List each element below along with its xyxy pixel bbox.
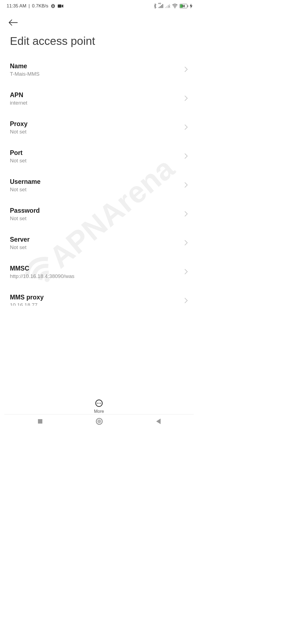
signal-nosim-icon [165, 4, 170, 8]
more-button[interactable]: More [94, 399, 104, 414]
item-value: internet [10, 100, 27, 106]
item-value: Not set [10, 129, 28, 135]
chevron-right-icon [184, 298, 188, 305]
svg-point-16 [98, 403, 99, 403]
status-left: 11:35 AM | 0.7KB/s [7, 3, 63, 9]
nav-back-button[interactable] [155, 418, 161, 426]
item-server[interactable]: Server Not set [10, 229, 188, 258]
item-value: Not set [10, 215, 40, 222]
item-proxy[interactable]: Proxy Not set [10, 113, 188, 142]
svg-rect-2 [160, 6, 161, 8]
item-mms-proxy[interactable]: MMS proxy 10.16.18.77 [10, 286, 188, 306]
chevron-right-icon [184, 95, 188, 102]
item-label: MMSC [10, 265, 75, 272]
status-sep: | [29, 3, 30, 9]
svg-rect-3 [161, 5, 162, 8]
item-mmsc[interactable]: MMSC http://10.16.18.4:38090/was [10, 258, 188, 286]
item-apn[interactable]: APN internet [10, 84, 188, 113]
svg-rect-5 [165, 7, 166, 8]
item-label: Password [10, 207, 40, 214]
settings-list-viewport: Name T-Mais-MMS APN internet Proxy Not s… [0, 55, 198, 306]
status-net-speed: 0.7KB/s [32, 3, 48, 9]
item-value: 10.16.18.77 [10, 302, 44, 306]
item-port[interactable]: Port Not set [10, 142, 188, 171]
item-value: http://10.16.18.4:38090/was [10, 273, 75, 279]
gear-icon [51, 4, 56, 9]
svg-rect-0 [58, 4, 61, 8]
item-label: Server [10, 236, 30, 243]
charging-icon [190, 4, 193, 9]
status-time: 11:35 AM [7, 3, 26, 9]
signal-gen-label: 4G [158, 2, 161, 5]
item-label: MMS proxy [10, 294, 44, 301]
svg-rect-18 [38, 419, 42, 424]
svg-rect-6 [167, 6, 167, 8]
chevron-right-icon [184, 240, 188, 247]
page-title: Edit access point [0, 28, 198, 55]
status-bar: 11:35 AM | 0.7KB/s 4G 38 [0, 0, 198, 12]
arrow-left-icon [9, 19, 18, 26]
chevron-right-icon [184, 182, 188, 189]
bluetooth-icon [153, 3, 157, 9]
item-label: APN [10, 91, 27, 99]
svg-rect-1 [159, 7, 160, 8]
chevron-right-icon [184, 66, 188, 73]
navigation-bar [0, 414, 198, 429]
more-circle-icon [95, 399, 103, 407]
item-label: Proxy [10, 120, 28, 128]
item-label: Name [10, 62, 40, 70]
item-value: Not set [10, 187, 40, 193]
camera-icon [58, 4, 63, 8]
status-right: 4G 38 [153, 3, 193, 9]
svg-point-15 [97, 403, 98, 403]
item-password[interactable]: Password Not set [10, 200, 188, 229]
chevron-right-icon [184, 124, 188, 131]
wifi-icon [172, 4, 178, 9]
header [0, 12, 198, 28]
item-value: Not set [10, 244, 30, 250]
item-label: Username [10, 178, 40, 185]
item-label: Port [10, 149, 26, 157]
chevron-right-icon [184, 153, 188, 160]
svg-rect-4 [163, 4, 163, 8]
item-username[interactable]: Username Not set [10, 171, 188, 200]
back-button[interactable] [8, 17, 19, 28]
svg-point-20 [97, 419, 101, 423]
svg-point-11 [175, 7, 175, 8]
triangle-left-icon [155, 418, 161, 425]
battery-icon: 38 [180, 4, 188, 8]
more-label: More [94, 409, 104, 414]
nav-recent-button[interactable] [37, 418, 43, 426]
square-icon [37, 418, 43, 425]
settings-list: Name T-Mais-MMS APN internet Proxy Not s… [0, 55, 198, 306]
battery-percent: 38 [180, 5, 187, 8]
circle-icon [95, 417, 103, 425]
bottom-action-bar: More [0, 397, 198, 414]
nav-home-button[interactable] [95, 417, 103, 426]
item-value: Not set [10, 158, 26, 164]
item-value: T-Mais-MMS [10, 71, 40, 77]
svg-point-17 [100, 403, 101, 403]
signal-4g-icon: 4G [159, 4, 164, 8]
chevron-right-icon [184, 211, 188, 218]
item-name[interactable]: Name T-Mais-MMS [10, 55, 188, 84]
chevron-right-icon [184, 269, 188, 276]
